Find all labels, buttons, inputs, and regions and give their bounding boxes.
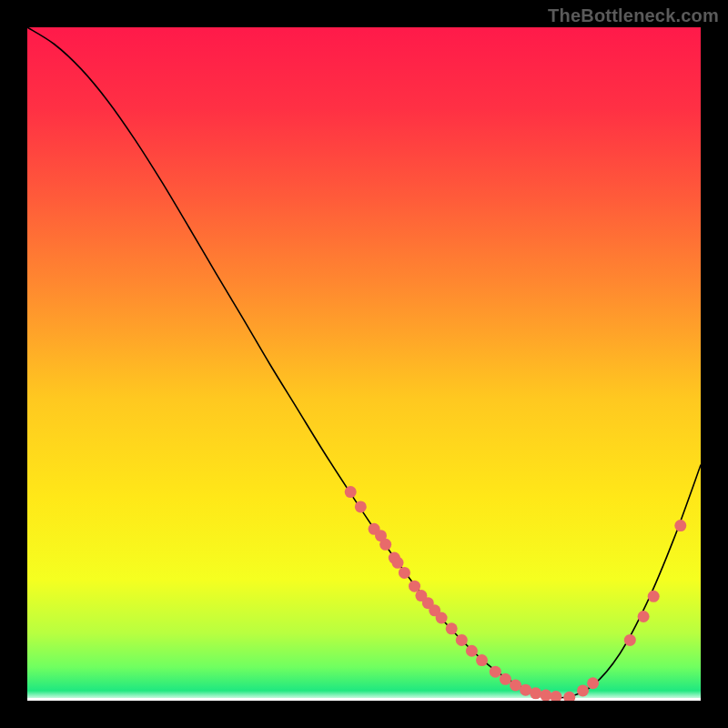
data-point	[379, 539, 391, 551]
watermark-text: TheBottleneck.com	[548, 5, 719, 26]
data-point	[436, 612, 448, 623]
data-point	[355, 500, 367, 512]
chart-svg	[27, 27, 701, 701]
data-point	[446, 622, 458, 634]
chart-container: TheBottleneck.com	[0, 0, 728, 728]
data-point	[476, 654, 488, 666]
data-point	[456, 634, 468, 646]
data-point	[624, 634, 636, 646]
data-point	[510, 679, 521, 691]
data-point	[530, 687, 541, 699]
data-point	[577, 684, 589, 696]
baseline-strip	[27, 698, 701, 701]
plot-area	[27, 27, 701, 701]
data-point	[466, 645, 478, 657]
data-point	[392, 557, 404, 569]
data-point	[345, 486, 357, 498]
data-point	[490, 666, 501, 678]
data-point	[399, 567, 410, 579]
data-point	[638, 611, 650, 622]
gradient-background	[27, 27, 701, 701]
data-point	[587, 677, 599, 689]
data-point	[540, 690, 551, 701]
data-point	[520, 684, 531, 696]
data-point	[674, 520, 686, 531]
data-point	[648, 591, 660, 602]
data-point	[500, 673, 511, 685]
